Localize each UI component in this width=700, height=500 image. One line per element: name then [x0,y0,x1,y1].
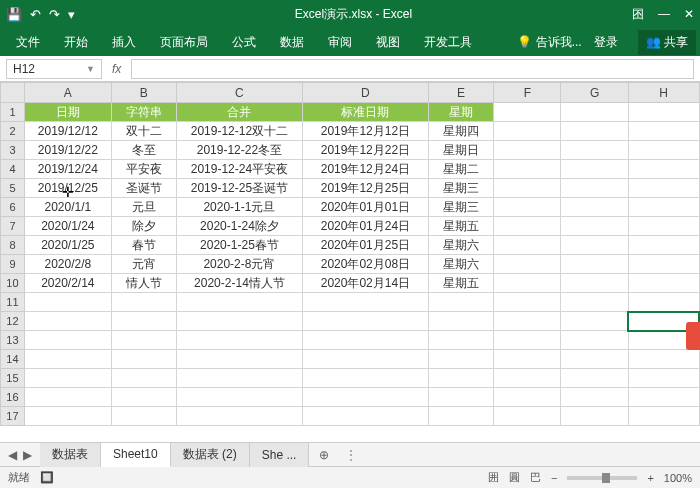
cell[interactable] [428,331,493,350]
cell[interactable] [494,350,561,369]
cell[interactable]: 2020年01月24日 [302,217,428,236]
cell[interactable] [428,312,493,331]
row-header-1[interactable]: 1 [1,103,25,122]
cell[interactable] [302,312,428,331]
zoom-out-icon[interactable]: − [551,472,557,484]
cell[interactable]: 星期日 [428,141,493,160]
cell[interactable] [428,369,493,388]
row-header-2[interactable]: 2 [1,122,25,141]
cell[interactable] [176,369,302,388]
cell[interactable]: 春节 [111,236,176,255]
cell[interactable]: 2020年01月25日 [302,236,428,255]
row-header-13[interactable]: 13 [1,331,25,350]
cell[interactable] [628,293,699,312]
cell[interactable] [494,255,561,274]
cell[interactable]: 星期三 [428,198,493,217]
cell[interactable]: 星期五 [428,274,493,293]
col-header-B[interactable]: B [111,83,176,103]
row-header-3[interactable]: 3 [1,141,25,160]
cell[interactable] [302,388,428,407]
cell[interactable] [176,312,302,331]
cell[interactable] [561,293,628,312]
cell[interactable] [494,179,561,198]
cell[interactable] [628,350,699,369]
cell[interactable]: 双十二 [111,122,176,141]
sheet-next-icon[interactable]: ▶ [23,448,32,462]
row-header-7[interactable]: 7 [1,217,25,236]
cell[interactable]: 合并 [176,103,302,122]
cell[interactable] [628,274,699,293]
cell[interactable] [494,160,561,179]
row-header-8[interactable]: 8 [1,236,25,255]
cell[interactable]: 2020-1-1元旦 [176,198,302,217]
cell[interactable] [428,350,493,369]
cell[interactable] [561,331,628,350]
col-header-G[interactable]: G [561,83,628,103]
cell[interactable] [494,369,561,388]
cell[interactable] [494,198,561,217]
tell-me[interactable]: 💡 告诉我... [517,34,582,51]
cell[interactable]: 2019年12月24日 [302,160,428,179]
cell[interactable] [628,369,699,388]
cell[interactable] [24,331,111,350]
cell[interactable] [561,160,628,179]
cell[interactable] [561,407,628,426]
cell[interactable]: 标准日期 [302,103,428,122]
sheet-tab[interactable]: 数据表 (2) [171,443,250,467]
cell[interactable] [628,160,699,179]
cell[interactable]: 2019/12/25 [24,179,111,198]
cell[interactable] [561,217,628,236]
cell[interactable]: 星期 [428,103,493,122]
cell[interactable] [494,293,561,312]
cell[interactable] [494,236,561,255]
cell[interactable] [111,407,176,426]
cell[interactable] [428,407,493,426]
cell[interactable]: 2019-12-25圣诞节 [176,179,302,198]
macro-record-icon[interactable]: 🔲 [40,471,54,484]
cell[interactable] [111,369,176,388]
tab-review[interactable]: 审阅 [316,28,364,56]
cell[interactable]: 2020/1/25 [24,236,111,255]
select-all-corner[interactable] [1,83,25,103]
row-header-14[interactable]: 14 [1,350,25,369]
cell[interactable]: 元旦 [111,198,176,217]
worksheet-grid[interactable]: ABCDEFGH1日期字符串合并标准日期星期22019/12/12双十二2019… [0,82,700,442]
cell[interactable] [111,312,176,331]
cell[interactable]: 2019/12/24 [24,160,111,179]
cell[interactable] [561,274,628,293]
cell[interactable] [111,388,176,407]
sheet-tab[interactable]: 数据表 [40,443,101,467]
cell[interactable] [561,312,628,331]
cell[interactable]: 字符串 [111,103,176,122]
close-icon[interactable]: ✕ [684,7,694,21]
sheet-tab[interactable]: She ... [250,443,310,467]
cell[interactable] [561,198,628,217]
cell[interactable]: 星期六 [428,255,493,274]
cell[interactable] [628,122,699,141]
fx-icon[interactable]: fx [108,62,125,76]
tab-view[interactable]: 视图 [364,28,412,56]
cell[interactable] [24,369,111,388]
sheet-tab[interactable]: Sheet10 [101,443,171,467]
ribbon-options-icon[interactable]: 囨 [632,6,644,23]
name-box[interactable]: H12 ▼ [6,59,102,79]
cell[interactable] [628,217,699,236]
cell[interactable] [628,141,699,160]
cell[interactable] [111,350,176,369]
row-header-11[interactable]: 11 [1,293,25,312]
cell[interactable] [561,388,628,407]
cell[interactable]: 2020年02月08日 [302,255,428,274]
row-header-17[interactable]: 17 [1,407,25,426]
row-header-16[interactable]: 16 [1,388,25,407]
col-header-C[interactable]: C [176,83,302,103]
cell[interactable]: 2020/2/14 [24,274,111,293]
cell[interactable]: 2019年12月22日 [302,141,428,160]
share-button[interactable]: 👥 共享 [638,30,696,55]
cell[interactable] [428,293,493,312]
cell[interactable]: 2020年01月01日 [302,198,428,217]
cell[interactable]: 2019-12-22冬至 [176,141,302,160]
tab-home[interactable]: 开始 [52,28,100,56]
cell[interactable]: 日期 [24,103,111,122]
cell[interactable] [494,103,561,122]
cell[interactable]: 2019-12-12双十二 [176,122,302,141]
